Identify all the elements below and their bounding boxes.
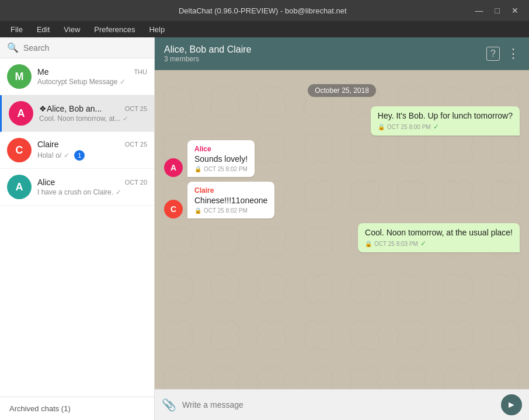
input-area: 📎 ► bbox=[155, 389, 529, 420]
lock-icon-in1: 🔒 bbox=[194, 166, 201, 172]
chat-item-claire[interactable]: C Claire OCT 25 Hola! o/ ✓ 1 bbox=[0, 132, 154, 169]
outgoing-time-1: OCT 25 8:00 PM bbox=[387, 124, 431, 130]
chat-name-me: Me bbox=[37, 67, 48, 77]
chat-header-info: Alice, Bob and Claire 3 members bbox=[164, 44, 479, 63]
search-icon: 🔍 bbox=[7, 42, 19, 53]
menu-preferences[interactable]: Preferences bbox=[88, 24, 141, 35]
outgoing-meta-1: 🔒 OCT 25 8:00 PM ✓ bbox=[378, 123, 513, 131]
incoming-bubble-2: Claire Chinese!!!11oneone 🔒 OCT 25 8:02 … bbox=[187, 182, 274, 218]
outgoing-time-2: OCT 25 8:03 PM bbox=[374, 241, 418, 247]
check-icon-group: ✓ bbox=[123, 114, 128, 123]
msg-avatar-claire: C bbox=[164, 200, 183, 218]
chat-info-claire: Claire OCT 25 Hola! o/ ✓ 1 bbox=[37, 140, 147, 161]
main-container: 🔍 M Me THU Autocrypt Setup Message ✓ bbox=[0, 37, 529, 420]
archived-chats[interactable]: Archived chats (1) bbox=[0, 397, 154, 420]
outgoing-message-2: Cool. Noon tomorrow, at the usual place!… bbox=[358, 223, 520, 252]
chat-info-alice: Alice OCT 20 I have a crush on Claire. ✓ bbox=[37, 178, 147, 196]
send-button[interactable]: ► bbox=[501, 394, 522, 415]
title-bar-controls: — □ ✕ bbox=[472, 5, 522, 16]
maximize-button[interactable]: □ bbox=[492, 5, 503, 16]
incoming-meta-1: 🔒 OCT 25 8:02 PM bbox=[194, 166, 248, 172]
avatar-claire: C bbox=[7, 138, 32, 162]
menu-view[interactable]: View bbox=[58, 24, 86, 35]
incoming-message-1: A Alice Sounds lovely! 🔒 OCT 25 8:02 PM bbox=[164, 140, 395, 177]
chat-preview-me: Autocrypt Setup Message bbox=[37, 78, 117, 86]
avatar-me: M bbox=[7, 64, 32, 89]
incoming-time-1: OCT 25 8:02 PM bbox=[204, 166, 248, 172]
chat-name-alice: Alice bbox=[37, 178, 55, 187]
incoming-bubble-1: Alice Sounds lovely! 🔒 OCT 25 8:02 PM bbox=[187, 140, 255, 177]
sidebar: 🔍 M Me THU Autocrypt Setup Message ✓ bbox=[0, 37, 155, 420]
check-icon-claire: ✓ bbox=[64, 151, 69, 159]
chat-preview-alice: I have a crush on Claire. bbox=[37, 188, 113, 196]
title-bar-title: DeltaChat (0.96.0-PREVIEW) - bob@librech… bbox=[54, 6, 472, 15]
date-separator: October 25, 2018 bbox=[308, 84, 376, 97]
menu-edit[interactable]: Edit bbox=[31, 24, 55, 35]
incoming-text-2: Chinese!!!11oneone bbox=[194, 196, 267, 205]
incoming-meta-2: 🔒 OCT 25 8:02 PM bbox=[194, 207, 267, 214]
chat-time-claire: OCT 25 bbox=[125, 141, 147, 148]
chat-header: Alice, Bob and Claire 3 members ? ⋮ bbox=[155, 37, 529, 70]
incoming-message-2: C Claire Chinese!!!11oneone 🔒 OCT 25 8:0… bbox=[164, 182, 395, 218]
chat-area: Alice, Bob and Claire 3 members ? ⋮ Octo… bbox=[155, 37, 529, 420]
chat-item-alice[interactable]: A Alice OCT 20 I have a crush on Claire.… bbox=[0, 169, 154, 206]
check-icon-me: ✓ bbox=[120, 78, 126, 86]
search-bar: 🔍 bbox=[0, 37, 154, 58]
search-input[interactable] bbox=[23, 43, 147, 53]
incoming-text-1: Sounds lovely! bbox=[194, 154, 248, 164]
minimize-button[interactable]: — bbox=[472, 5, 487, 16]
chat-time-alice: OCT 20 bbox=[125, 179, 147, 186]
lock-icon-out2: 🔒 bbox=[365, 241, 372, 247]
message-input[interactable] bbox=[182, 400, 495, 409]
outgoing-text-2: Cool. Noon tomorrow, at the usual place! bbox=[365, 228, 513, 237]
more-options-icon[interactable]: ⋮ bbox=[507, 46, 520, 61]
chat-time-me: THU bbox=[134, 68, 147, 75]
lock-icon-in2: 🔒 bbox=[194, 207, 201, 214]
outgoing-meta-2: 🔒 OCT 25 8:03 PM ✓ bbox=[365, 239, 513, 248]
incoming-time-2: OCT 25 8:02 PM bbox=[204, 207, 248, 214]
chat-info-me: Me THU Autocrypt Setup Message ✓ bbox=[37, 67, 147, 86]
chat-header-icons: ? ⋮ bbox=[486, 46, 520, 61]
messages-container: October 25, 2018 Hey. It's Bob. Up for l… bbox=[155, 70, 529, 389]
check-icon-alice: ✓ bbox=[116, 188, 121, 196]
chat-list: M Me THU Autocrypt Setup Message ✓ A bbox=[0, 58, 154, 397]
chat-time-group: OCT 25 bbox=[125, 105, 147, 112]
chat-header-name: Alice, Bob and Claire bbox=[164, 44, 479, 55]
chat-preview-group: Cool. Noon tomorrow, at... bbox=[39, 114, 120, 123]
attach-icon[interactable]: 📎 bbox=[162, 398, 176, 412]
menu-bar: File Edit View Preferences Help bbox=[0, 21, 529, 37]
outgoing-message-1: Hey. It's Bob. Up for lunch tomorrow? 🔒 … bbox=[371, 106, 520, 136]
msg-avatar-alice: A bbox=[164, 158, 183, 177]
chat-item-group[interactable]: A ❖Alice, Bob an... OCT 25 Cool. Noon to… bbox=[0, 95, 154, 132]
badge-claire: 1 bbox=[74, 150, 85, 161]
outgoing-bubble-1: Hey. It's Bob. Up for lunch tomorrow? 🔒 … bbox=[371, 106, 520, 136]
chat-info-group: ❖Alice, Bob an... OCT 25 Cool. Noon tomo… bbox=[39, 104, 147, 123]
close-button[interactable]: ✕ bbox=[508, 5, 522, 16]
chat-preview-claire: Hola! o/ bbox=[37, 151, 61, 159]
member-icon[interactable]: ? bbox=[486, 47, 500, 61]
title-bar: DeltaChat (0.96.0-PREVIEW) - bob@librech… bbox=[0, 0, 529, 21]
chat-item-me[interactable]: M Me THU Autocrypt Setup Message ✓ bbox=[0, 58, 154, 95]
lock-icon-out1: 🔒 bbox=[378, 124, 385, 130]
menu-help[interactable]: Help bbox=[143, 24, 170, 35]
sender-claire: Claire bbox=[194, 186, 267, 195]
outgoing-text-1: Hey. It's Bob. Up for lunch tomorrow? bbox=[378, 111, 513, 120]
check-out2: ✓ bbox=[420, 239, 426, 248]
chat-header-sub: 3 members bbox=[164, 55, 479, 63]
chat-name-group: ❖Alice, Bob an... bbox=[39, 104, 102, 113]
menu-file[interactable]: File bbox=[5, 24, 29, 35]
check-out1: ✓ bbox=[433, 123, 439, 131]
avatar-group: A bbox=[9, 101, 33, 126]
sender-alice: Alice bbox=[194, 145, 248, 153]
avatar-alice: A bbox=[7, 175, 32, 199]
chat-name-claire: Claire bbox=[37, 140, 59, 149]
outgoing-bubble-2: Cool. Noon tomorrow, at the usual place!… bbox=[358, 223, 520, 252]
